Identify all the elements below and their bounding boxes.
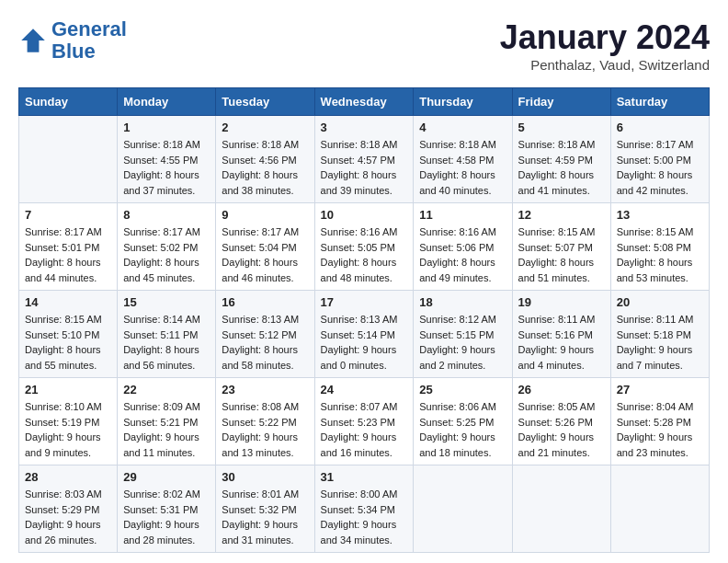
calendar-cell: 6Sunrise: 8:17 AM Sunset: 5:00 PM Daylig…	[610, 116, 709, 203]
calendar-table: SundayMondayTuesdayWednesdayThursdayFrid…	[18, 87, 710, 553]
day-number: 20	[617, 295, 703, 309]
day-info: Sunrise: 8:15 AM Sunset: 5:10 PM Dayligh…	[25, 312, 111, 373]
calendar-cell: 9Sunrise: 8:17 AM Sunset: 5:04 PM Daylig…	[216, 203, 314, 291]
calendar-cell: 10Sunrise: 8:16 AM Sunset: 5:05 PM Dayli…	[314, 203, 414, 291]
calendar-body: 1Sunrise: 8:18 AM Sunset: 4:55 PM Daylig…	[19, 116, 710, 553]
logo: General Blue	[18, 18, 127, 63]
calendar-week-1: 1Sunrise: 8:18 AM Sunset: 4:55 PM Daylig…	[19, 116, 710, 203]
calendar-cell: 3Sunrise: 8:18 AM Sunset: 4:57 PM Daylig…	[314, 116, 414, 203]
day-number: 31	[321, 470, 408, 484]
day-info: Sunrise: 8:16 AM Sunset: 5:06 PM Dayligh…	[419, 224, 506, 285]
logo-line1: General	[51, 17, 127, 40]
calendar-cell: 4Sunrise: 8:18 AM Sunset: 4:58 PM Daylig…	[414, 116, 512, 203]
calendar-cell: 18Sunrise: 8:12 AM Sunset: 5:15 PM Dayli…	[414, 291, 512, 378]
month-title: January 2024	[500, 18, 710, 57]
day-number: 30	[222, 470, 308, 484]
day-number: 15	[123, 295, 210, 309]
day-info: Sunrise: 8:17 AM Sunset: 5:00 PM Dayligh…	[617, 137, 703, 198]
day-number: 7	[25, 208, 111, 222]
calendar-cell: 7Sunrise: 8:17 AM Sunset: 5:01 PM Daylig…	[19, 203, 118, 291]
calendar-week-3: 14Sunrise: 8:15 AM Sunset: 5:10 PM Dayli…	[19, 291, 710, 378]
day-info: Sunrise: 8:04 AM Sunset: 5:28 PM Dayligh…	[617, 399, 703, 460]
location-subtitle: Penthalaz, Vaud, Switzerland	[500, 57, 710, 73]
calendar-cell: 29Sunrise: 8:02 AM Sunset: 5:31 PM Dayli…	[118, 465, 216, 553]
day-info: Sunrise: 8:13 AM Sunset: 5:12 PM Dayligh…	[222, 312, 308, 373]
calendar-cell: 20Sunrise: 8:11 AM Sunset: 5:18 PM Dayli…	[610, 291, 709, 378]
day-info: Sunrise: 8:12 AM Sunset: 5:15 PM Dayligh…	[419, 312, 506, 373]
title-area: January 2024 Penthalaz, Vaud, Switzerlan…	[500, 18, 710, 73]
day-info: Sunrise: 8:01 AM Sunset: 5:32 PM Dayligh…	[222, 487, 308, 547]
day-number: 9	[222, 208, 308, 222]
calendar-week-5: 28Sunrise: 8:03 AM Sunset: 5:29 PM Dayli…	[19, 465, 710, 553]
calendar-cell	[512, 465, 610, 553]
calendar-header-row: SundayMondayTuesdayWednesdayThursdayFrid…	[19, 88, 710, 116]
day-info: Sunrise: 8:02 AM Sunset: 5:31 PM Dayligh…	[123, 487, 210, 547]
logo-icon	[18, 26, 48, 55]
day-number: 28	[25, 470, 111, 484]
day-info: Sunrise: 8:11 AM Sunset: 5:18 PM Dayligh…	[617, 312, 703, 373]
day-number: 6	[617, 121, 703, 134]
day-info: Sunrise: 8:03 AM Sunset: 5:29 PM Dayligh…	[25, 487, 111, 547]
column-header-saturday: Saturday	[610, 88, 709, 116]
calendar-cell: 25Sunrise: 8:06 AM Sunset: 5:25 PM Dayli…	[414, 378, 512, 465]
day-number: 14	[25, 295, 111, 309]
column-header-tuesday: Tuesday	[216, 88, 314, 116]
day-info: Sunrise: 8:18 AM Sunset: 4:55 PM Dayligh…	[123, 137, 210, 198]
calendar-cell: 30Sunrise: 8:01 AM Sunset: 5:32 PM Dayli…	[216, 465, 314, 553]
calendar-cell: 31Sunrise: 8:00 AM Sunset: 5:34 PM Dayli…	[314, 465, 414, 553]
calendar-cell	[414, 465, 512, 553]
logo-text: General Blue	[51, 18, 127, 63]
calendar-cell: 16Sunrise: 8:13 AM Sunset: 5:12 PM Dayli…	[216, 291, 314, 378]
calendar-cell: 22Sunrise: 8:09 AM Sunset: 5:21 PM Dayli…	[118, 378, 216, 465]
day-number: 10	[321, 208, 408, 222]
day-info: Sunrise: 8:17 AM Sunset: 5:04 PM Dayligh…	[222, 224, 308, 285]
day-number: 25	[419, 383, 506, 396]
day-number: 12	[518, 208, 605, 222]
day-number: 19	[518, 295, 605, 309]
calendar-cell: 27Sunrise: 8:04 AM Sunset: 5:28 PM Dayli…	[610, 378, 709, 465]
day-info: Sunrise: 8:15 AM Sunset: 5:08 PM Dayligh…	[617, 224, 703, 285]
day-number: 21	[25, 383, 111, 396]
column-header-monday: Monday	[118, 88, 216, 116]
day-number: 18	[419, 295, 506, 309]
day-info: Sunrise: 8:11 AM Sunset: 5:16 PM Dayligh…	[518, 312, 605, 373]
calendar-cell: 1Sunrise: 8:18 AM Sunset: 4:55 PM Daylig…	[118, 116, 216, 203]
day-info: Sunrise: 8:00 AM Sunset: 5:34 PM Dayligh…	[321, 487, 408, 547]
column-header-sunday: Sunday	[19, 88, 118, 116]
day-number: 4	[419, 121, 506, 134]
calendar-cell: 24Sunrise: 8:07 AM Sunset: 5:23 PM Dayli…	[314, 378, 414, 465]
day-number: 17	[321, 295, 408, 309]
calendar-cell	[19, 116, 118, 203]
day-info: Sunrise: 8:17 AM Sunset: 5:01 PM Dayligh…	[25, 224, 111, 285]
day-info: Sunrise: 8:07 AM Sunset: 5:23 PM Dayligh…	[321, 399, 408, 460]
day-number: 24	[321, 383, 408, 396]
calendar-cell: 11Sunrise: 8:16 AM Sunset: 5:06 PM Dayli…	[414, 203, 512, 291]
calendar-cell	[610, 465, 709, 553]
day-info: Sunrise: 8:05 AM Sunset: 5:26 PM Dayligh…	[518, 399, 605, 460]
calendar-cell: 12Sunrise: 8:15 AM Sunset: 5:07 PM Dayli…	[512, 203, 610, 291]
calendar-cell: 21Sunrise: 8:10 AM Sunset: 5:19 PM Dayli…	[19, 378, 118, 465]
calendar-week-4: 21Sunrise: 8:10 AM Sunset: 5:19 PM Dayli…	[19, 378, 710, 465]
calendar-cell: 23Sunrise: 8:08 AM Sunset: 5:22 PM Dayli…	[216, 378, 314, 465]
day-info: Sunrise: 8:08 AM Sunset: 5:22 PM Dayligh…	[222, 399, 308, 460]
day-number: 8	[123, 208, 210, 222]
day-number: 22	[123, 383, 210, 396]
day-info: Sunrise: 8:18 AM Sunset: 4:57 PM Dayligh…	[321, 137, 408, 198]
calendar-cell: 5Sunrise: 8:18 AM Sunset: 4:59 PM Daylig…	[512, 116, 610, 203]
day-info: Sunrise: 8:17 AM Sunset: 5:02 PM Dayligh…	[123, 224, 210, 285]
column-header-thursday: Thursday	[414, 88, 512, 116]
calendar-cell: 17Sunrise: 8:13 AM Sunset: 5:14 PM Dayli…	[314, 291, 414, 378]
day-info: Sunrise: 8:06 AM Sunset: 5:25 PM Dayligh…	[419, 399, 506, 460]
calendar-cell: 13Sunrise: 8:15 AM Sunset: 5:08 PM Dayli…	[610, 203, 709, 291]
calendar-cell: 19Sunrise: 8:11 AM Sunset: 5:16 PM Dayli…	[512, 291, 610, 378]
calendar-cell: 8Sunrise: 8:17 AM Sunset: 5:02 PM Daylig…	[118, 203, 216, 291]
day-number: 1	[123, 121, 210, 134]
day-info: Sunrise: 8:18 AM Sunset: 4:58 PM Dayligh…	[419, 137, 506, 198]
column-header-friday: Friday	[512, 88, 610, 116]
day-info: Sunrise: 8:18 AM Sunset: 4:59 PM Dayligh…	[518, 137, 605, 198]
day-info: Sunrise: 8:09 AM Sunset: 5:21 PM Dayligh…	[123, 399, 210, 460]
day-number: 3	[321, 121, 408, 134]
svg-marker-0	[21, 29, 45, 52]
day-number: 16	[222, 295, 308, 309]
calendar-cell: 28Sunrise: 8:03 AM Sunset: 5:29 PM Dayli…	[19, 465, 118, 553]
